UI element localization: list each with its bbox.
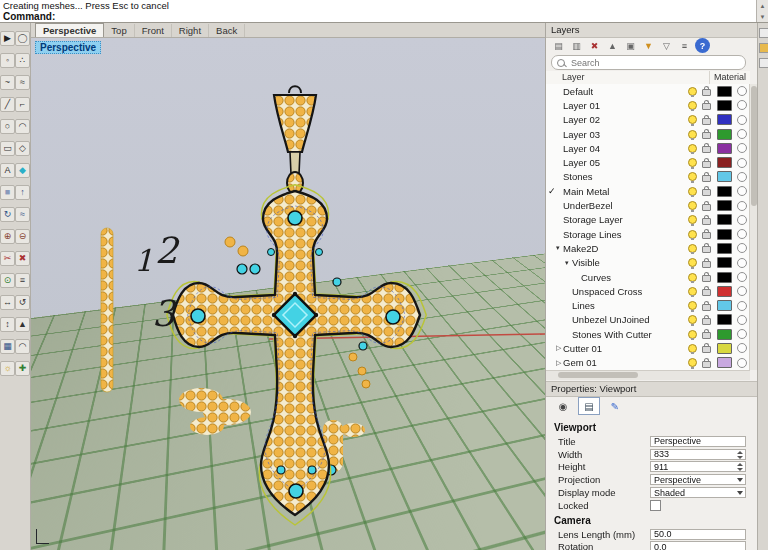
polyline-icon[interactable]: ⌐ bbox=[15, 97, 30, 112]
layer-lock-icon[interactable] bbox=[702, 218, 711, 225]
gem-tool-icon[interactable]: ◆ bbox=[15, 163, 30, 178]
stone-cluster-left[interactable] bbox=[179, 388, 251, 435]
layer-row-lines[interactable]: Lines bbox=[546, 298, 750, 312]
layer-lock-icon[interactable] bbox=[702, 232, 711, 239]
layer-color-swatch[interactable] bbox=[717, 186, 732, 197]
line-icon[interactable]: ╱ bbox=[0, 97, 15, 112]
locked-checkbox[interactable] bbox=[650, 500, 661, 511]
layer-lock-icon[interactable] bbox=[702, 332, 711, 339]
layer-color-swatch[interactable] bbox=[717, 171, 732, 182]
extrude-icon[interactable]: ↑ bbox=[15, 185, 30, 200]
layer-lock-icon[interactable] bbox=[702, 132, 711, 139]
select-tool-icon[interactable]: ▶ bbox=[0, 31, 15, 46]
height-field[interactable]: 911 bbox=[650, 461, 746, 472]
layer-color-swatch[interactable] bbox=[717, 272, 732, 283]
layer-row-cutter-01[interactable]: ▷Cutter 01 bbox=[546, 341, 750, 355]
layer-row-layer-01[interactable]: Layer 01 bbox=[546, 98, 750, 112]
layer-material-circle[interactable] bbox=[737, 186, 747, 196]
split-icon[interactable]: ✖ bbox=[15, 251, 30, 266]
layer-row-unspaced-cross[interactable]: Unspaced Cross bbox=[546, 284, 750, 298]
layer-row-visible[interactable]: ▾Visible bbox=[546, 256, 750, 270]
layer-color-swatch[interactable] bbox=[717, 286, 732, 297]
layer-visibility-bulb-icon[interactable] bbox=[688, 158, 697, 167]
arc-icon[interactable]: ◠ bbox=[15, 119, 30, 134]
layer-visibility-bulb-icon[interactable] bbox=[688, 230, 697, 239]
viewport-tab-top[interactable]: Top bbox=[104, 24, 134, 37]
layer-visibility-bulb-icon[interactable] bbox=[688, 130, 697, 139]
visibility-icon[interactable]: ☼ bbox=[0, 361, 15, 376]
layer-material-circle[interactable] bbox=[737, 115, 747, 125]
layers-horizontal-scrollbar[interactable] bbox=[546, 370, 750, 380]
layer-color-swatch[interactable] bbox=[717, 314, 732, 325]
layer-row-layer-02[interactable]: Layer 02 bbox=[546, 113, 750, 127]
display-mode-dropdown[interactable]: Shaded bbox=[650, 487, 746, 498]
layer-material-circle[interactable] bbox=[737, 272, 747, 282]
layer-lock-icon[interactable] bbox=[702, 118, 711, 125]
chevron-down-icon[interactable] bbox=[737, 478, 743, 482]
layer-visibility-bulb-icon[interactable] bbox=[688, 287, 697, 296]
layer-material-circle[interactable] bbox=[737, 143, 747, 153]
layer-visibility-bulb-icon[interactable] bbox=[688, 87, 697, 96]
lasso-select-icon[interactable]: ◯ bbox=[15, 31, 30, 46]
curve-icon[interactable]: ~ bbox=[0, 75, 15, 90]
layer-lock-icon[interactable] bbox=[702, 261, 711, 268]
command-history-scrollbar[interactable]: ▲ ▼ bbox=[756, 0, 768, 22]
scroll-down-icon[interactable]: ▼ bbox=[757, 11, 768, 22]
rotation-field[interactable]: 0.0 bbox=[650, 541, 746, 550]
filter-icon[interactable]: ▼ bbox=[641, 38, 656, 53]
trim-icon[interactable]: ✂ bbox=[0, 251, 15, 266]
viewport-tab-back[interactable]: Back bbox=[209, 24, 245, 37]
layer-lock-icon[interactable] bbox=[702, 175, 711, 182]
layer-material-circle[interactable] bbox=[737, 229, 747, 239]
surface-icon[interactable]: ■ bbox=[0, 185, 15, 200]
layer-lock-icon[interactable] bbox=[702, 361, 711, 368]
point-cloud-icon[interactable]: ∴ bbox=[15, 53, 30, 68]
panel-tab-icon[interactable] bbox=[759, 28, 768, 38]
panel-tab-icon[interactable] bbox=[759, 58, 768, 68]
mirror-icon[interactable]: ▲ bbox=[15, 317, 30, 332]
rotate-icon[interactable]: ↺ bbox=[15, 295, 30, 310]
polygon-icon[interactable]: ◇ bbox=[15, 141, 30, 156]
layer-row-stones[interactable]: Stones bbox=[546, 170, 750, 184]
offset-icon[interactable]: ≡ bbox=[15, 273, 30, 288]
layer-row-gem-01[interactable]: ▷Gem 01 bbox=[546, 356, 750, 370]
layer-lock-icon[interactable] bbox=[702, 204, 711, 211]
layer-color-swatch[interactable] bbox=[717, 300, 732, 311]
expand-arrow-icon[interactable]: ▷ bbox=[556, 359, 563, 367]
list-view-icon[interactable]: ≡ bbox=[677, 38, 692, 53]
layer-tools-icon[interactable]: ▽ bbox=[659, 38, 674, 53]
layer-material-circle[interactable] bbox=[737, 158, 747, 168]
display-properties-tab-icon[interactable]: ✎ bbox=[604, 397, 626, 415]
layer-visibility-bulb-icon[interactable] bbox=[688, 330, 697, 339]
point-icon[interactable]: ◦ bbox=[0, 53, 15, 68]
layer-material-circle[interactable] bbox=[737, 86, 747, 96]
viewport-tab-front[interactable]: Front bbox=[135, 24, 172, 37]
gold-strip[interactable] bbox=[101, 228, 113, 392]
layer-visibility-bulb-icon[interactable] bbox=[688, 115, 697, 124]
layer-visibility-bulb-icon[interactable] bbox=[688, 187, 697, 196]
layer-color-swatch[interactable] bbox=[717, 329, 732, 340]
title-field[interactable]: Perspective bbox=[650, 436, 746, 447]
layer-visibility-bulb-icon[interactable] bbox=[688, 215, 697, 224]
layer-row-unbezel-unjoined[interactable]: Unbezel UnJoined bbox=[546, 313, 750, 327]
array-icon[interactable]: ▦ bbox=[0, 339, 15, 354]
layer-row-stones-with-cutter[interactable]: Stones With Cutter bbox=[546, 327, 750, 341]
circle-icon[interactable]: ○ bbox=[0, 119, 15, 134]
layer-material-circle[interactable] bbox=[737, 215, 747, 225]
layer-color-swatch[interactable] bbox=[717, 243, 732, 254]
layer-material-circle[interactable] bbox=[737, 286, 747, 296]
scrollbar-thumb[interactable] bbox=[558, 372, 638, 378]
width-field[interactable]: 833 bbox=[650, 449, 746, 460]
layer-visibility-bulb-icon[interactable] bbox=[688, 358, 697, 367]
layer-lock-icon[interactable] bbox=[702, 146, 711, 153]
layer-lock-icon[interactable] bbox=[702, 161, 711, 168]
layer-color-swatch[interactable] bbox=[717, 229, 732, 240]
layer-visibility-bulb-icon[interactable] bbox=[688, 101, 697, 110]
command-prompt[interactable]: Command: bbox=[3, 11, 55, 22]
revolve-icon[interactable]: ↻ bbox=[0, 207, 15, 222]
scale-icon[interactable]: ↕ bbox=[0, 317, 15, 332]
layer-color-swatch[interactable] bbox=[717, 214, 732, 225]
layer-color-swatch[interactable] bbox=[717, 200, 732, 211]
text-icon[interactable]: A bbox=[0, 163, 15, 178]
layer-row-storage-layer[interactable]: Storage Layer bbox=[546, 213, 750, 227]
